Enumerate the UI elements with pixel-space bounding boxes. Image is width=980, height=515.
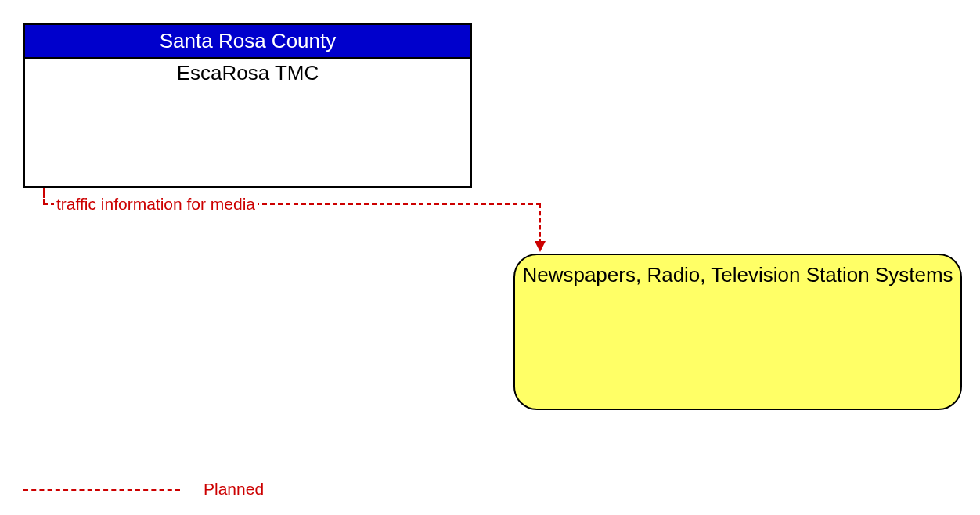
connector-line-segment: [539, 203, 541, 244]
source-entity-title: EscaRosa TMC: [25, 59, 470, 85]
target-entity-box: Newspapers, Radio, Television Station Sy…: [513, 254, 962, 410]
source-entity-box: Santa Rosa County EscaRosa TMC: [23, 23, 472, 188]
arrow-head-icon: [535, 241, 546, 252]
source-entity-header: Santa Rosa County: [25, 25, 470, 59]
legend-planned-label: Planned: [204, 480, 264, 499]
connector-line-segment: [43, 188, 45, 203]
legend-line-icon: [23, 489, 180, 491]
flow-label: traffic information for media: [54, 195, 258, 214]
